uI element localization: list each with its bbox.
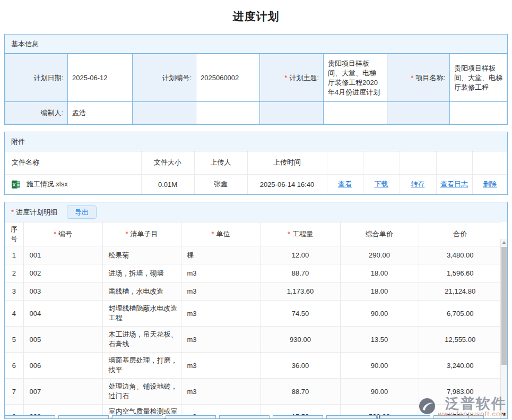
cell-quantity: 36.00 [261, 353, 340, 379]
col-upload-time: 上传时间 [247, 151, 327, 174]
cell-total-price: 1,596.60 [419, 264, 501, 282]
vertical-scrollbar[interactable] [500, 239, 507, 418]
required-marker: * [284, 74, 287, 82]
cell-seq: 3 [5, 282, 23, 301]
file-name-cell: X 施工情况.xlsx [5, 174, 141, 194]
view-link[interactable]: 查看 [338, 180, 352, 188]
col-seq: 序号 [5, 222, 23, 246]
export-button[interactable]: 导出 [67, 205, 97, 219]
cell-item: 处理边角、铺设地砖，过门石 [102, 379, 181, 405]
col-action-empty [327, 151, 363, 174]
col-unit-price: 综合单价 [340, 222, 419, 246]
project-name-label: *项目名称: [387, 54, 450, 102]
cell-unit-price: 290.00 [340, 246, 419, 264]
cell-code: 001 [23, 246, 102, 264]
cell-item: 进场，拆墙，砌墙 [102, 264, 181, 282]
plan-date-value: 2025-06-12 [68, 54, 133, 102]
cell-total-price: 6,705.00 [419, 301, 501, 327]
detail-title: 进度计划明细 [16, 203, 57, 221]
file-size: 0.01M [141, 174, 194, 194]
cell-seq: 1 [5, 246, 23, 264]
page-title: 进度计划 [0, 0, 512, 34]
col-unit: *单位 [181, 222, 261, 246]
cell-code: 003 [23, 282, 102, 301]
attachments-section: 附件 文件名称 文件大小 上传人 上传时间 [4, 132, 508, 195]
detail-section: * 进度计划明细 导出 序号 *编号 *清单子目 *单位 *工程量 综合单价 合… [4, 202, 508, 419]
required-marker: * [125, 230, 128, 238]
scrollbar-down-arrow-icon[interactable] [502, 413, 506, 416]
empty-value-cell [196, 102, 260, 124]
col-action-empty [400, 151, 436, 174]
basic-info-header: 基本信息 [5, 35, 507, 54]
empty-label-cell [260, 102, 324, 124]
cell-seq: 2 [5, 264, 23, 282]
file-uploader: 张鑫 [194, 174, 247, 194]
empty-value-cell [324, 102, 387, 124]
detail-row: 7 007 处理边角、铺设地砖，过门石 m3 88.70 90.00 7,983… [5, 379, 501, 405]
cell-code: 002 [23, 264, 102, 282]
empty-label-cell [387, 102, 450, 124]
excel-file-icon: X [12, 180, 21, 189]
cell-quantity: 930.00 [261, 327, 340, 353]
cell-unit-price: 18.00 [340, 282, 419, 301]
cell-code: 006 [23, 353, 102, 379]
plan-no-value: 2025060002 [196, 54, 260, 102]
download-link[interactable]: 下载 [375, 180, 388, 188]
save-as-link[interactable]: 转存 [411, 180, 425, 188]
action-cell: 查看 [327, 174, 363, 194]
col-uploader: 上传人 [194, 151, 247, 174]
scrollbar-thumb[interactable] [501, 247, 507, 365]
attachments-title: 附件 [11, 132, 25, 151]
col-total-price: 合价 [419, 222, 501, 246]
plan-no-label: 计划编号: [133, 54, 196, 102]
col-action-empty [472, 151, 507, 174]
cell-item: 封埋线槽隐蔽水电改造工程 [102, 301, 181, 327]
cell-unit-price: 18.00 [340, 264, 419, 282]
empty-label-cell [133, 102, 196, 124]
empty-value-cell [450, 102, 507, 124]
author-value: 孟浩 [68, 102, 133, 124]
cell-unit-price: 90.00 [340, 301, 419, 327]
cell-seq: 4 [5, 301, 23, 327]
delete-link[interactable]: 删除 [483, 180, 497, 188]
detail-row: 5 005 木工进场，吊天花板、石膏线 m3 930.00 13.50 12,5… [5, 327, 501, 353]
cell-unit: 棵 [181, 246, 261, 264]
detail-row: 3 003 凿线槽，水电改造 m3 1,173.60 18.00 21,124.… [5, 282, 501, 301]
cell-unit: m3 [181, 282, 261, 301]
detail-header-bar: * 进度计划明细 导出 [5, 202, 507, 222]
col-code: *编号 [23, 222, 102, 246]
detail-row: 1 001 松果菊 棵 12.00 290.00 3,480.00 [5, 246, 501, 264]
cell-item: 木工进场，吊天花板、石膏线 [102, 327, 181, 353]
cell-total-price: 7,983.00 [419, 379, 501, 405]
file-name: 施工情况.xlsx [27, 180, 68, 188]
action-cell: 下载 [363, 174, 400, 194]
view-log-link[interactable]: 查看日志 [440, 180, 468, 188]
partial-next-row [5, 415, 500, 418]
cell-seq: 6 [5, 353, 23, 379]
cell-code: 007 [23, 379, 102, 405]
cell-unit: m3 [181, 301, 261, 327]
cell-quantity: 1,173.60 [261, 282, 340, 301]
cell-code: 005 [23, 327, 102, 353]
col-file-name: 文件名称 [5, 151, 141, 174]
required-marker: * [11, 203, 14, 221]
basic-info-title: 基本信息 [11, 35, 39, 53]
cell-code: 004 [23, 301, 102, 327]
cell-unit: m3 [181, 379, 261, 405]
action-cell: 查看日志 [436, 174, 472, 194]
basic-info-table: 计划日期: 2025-06-12 计划编号: 2025060002 *计划主题:… [5, 54, 507, 124]
cell-item: 墙面基层处理，打磨，找平 [102, 353, 181, 379]
attachments-table: 文件名称 文件大小 上传人 上传时间 X 施工情况.xlsx [5, 151, 507, 194]
cell-total-price: 3,480.00 [419, 246, 501, 264]
cell-unit-price: 90.00 [340, 353, 419, 379]
scrollbar-up-arrow-icon[interactable] [502, 241, 506, 244]
cell-total-price: 12,555.00 [419, 327, 501, 353]
required-marker: * [411, 74, 413, 82]
plan-date-label: 计划日期: [5, 54, 68, 102]
cell-seq: 5 [5, 327, 23, 353]
cell-quantity: 88.70 [261, 264, 340, 282]
cell-item: 凿线槽，水电改造 [102, 282, 181, 301]
svg-text:X: X [13, 182, 16, 187]
detail-table: 序号 *编号 *清单子目 *单位 *工程量 综合单价 合价 1 001 松果菊 … [5, 222, 501, 419]
cell-quantity: 74.50 [261, 301, 340, 327]
